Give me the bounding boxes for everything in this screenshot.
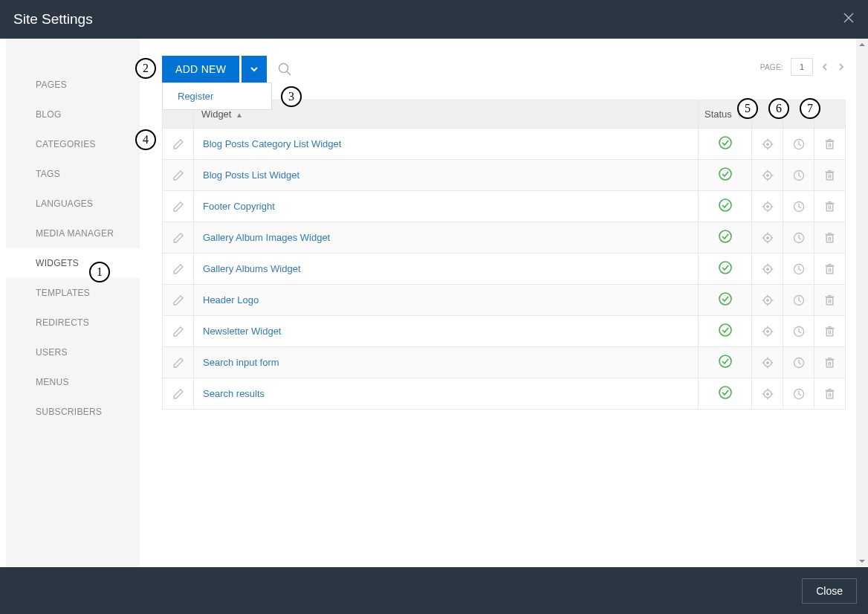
options-button[interactable] — [752, 129, 783, 160]
table-row: Blog Posts Category List Widget — [163, 129, 846, 160]
edit-button[interactable] — [163, 316, 194, 347]
edit-button[interactable] — [163, 160, 194, 191]
dropdown-item-register[interactable]: Register — [163, 83, 271, 109]
edit-button[interactable] — [163, 253, 194, 285]
options-button[interactable] — [752, 285, 783, 316]
sidebar-item-menus[interactable]: MENUS — [6, 367, 140, 397]
col-status-label: Status — [705, 109, 732, 120]
callout-4: 4 — [135, 129, 156, 150]
add-new-dropdown-menu: Register — [162, 83, 272, 110]
sidebar-item-tags[interactable]: TAGS — [6, 159, 140, 189]
history-button[interactable] — [783, 347, 814, 378]
widget-link[interactable]: Search results — [194, 388, 265, 399]
delete-button[interactable] — [814, 160, 846, 191]
table-row: Blog Posts List Widget — [163, 160, 846, 191]
sidebar-item-media-manager[interactable]: MEDIA MANAGER — [6, 219, 140, 248]
options-button[interactable] — [752, 222, 783, 253]
edit-button[interactable] — [163, 347, 194, 378]
svg-point-82 — [719, 324, 731, 336]
svg-rect-103 — [826, 360, 833, 367]
edit-button[interactable] — [163, 285, 194, 316]
close-button[interactable]: Close — [802, 578, 857, 604]
options-button[interactable] — [752, 160, 783, 191]
delete-button[interactable] — [814, 285, 846, 316]
widget-name-cell: Search results — [194, 378, 699, 410]
pager-next-button[interactable] — [837, 62, 846, 71]
status-ok-icon — [718, 229, 733, 244]
delete-button[interactable] — [814, 316, 846, 347]
widget-link[interactable]: Blog Posts List Widget — [194, 169, 299, 181]
target-icon — [762, 325, 774, 336]
pager-input[interactable] — [791, 58, 813, 76]
add-new-button[interactable]: ADD NEW — [162, 56, 239, 83]
sidebar-item-pages[interactable]: PAGES — [6, 70, 140, 100]
options-button[interactable] — [752, 347, 783, 378]
sidebar-item-users[interactable]: USERS — [6, 337, 140, 367]
history-button[interactable] — [783, 378, 814, 410]
delete-button[interactable] — [814, 222, 846, 253]
options-button[interactable] — [752, 253, 783, 285]
sidebar-item-templates[interactable]: TEMPLATES — [6, 278, 140, 308]
widget-link[interactable]: Gallery Albums Widget — [194, 263, 301, 274]
edit-button[interactable] — [163, 222, 194, 253]
svg-point-69 — [719, 293, 731, 305]
status-cell — [699, 316, 752, 347]
scrollbar[interactable] — [856, 39, 868, 567]
edit-button[interactable] — [163, 129, 194, 160]
sidebar-item-blog[interactable]: BLOG — [6, 100, 140, 129]
history-button[interactable] — [783, 316, 814, 347]
delete-button[interactable] — [814, 191, 846, 222]
trash-icon — [823, 387, 836, 398]
add-new-dropdown-toggle[interactable] — [242, 56, 267, 83]
edit-button[interactable] — [163, 378, 194, 410]
svg-point-84 — [766, 331, 768, 332]
widget-name-cell: Footer Copyright — [194, 191, 699, 222]
svg-point-2 — [279, 64, 288, 73]
widget-link[interactable]: Search input form — [194, 357, 279, 368]
table-row: Newsletter Widget — [163, 316, 846, 347]
sidebar-item-subscribers[interactable]: SUBSCRIBERS — [6, 397, 140, 427]
edit-button[interactable] — [163, 191, 194, 222]
history-button[interactable] — [783, 129, 814, 160]
history-button[interactable] — [783, 222, 814, 253]
options-button[interactable] — [752, 191, 783, 222]
sidebar-item-redirects[interactable]: REDIRECTS — [6, 308, 140, 337]
history-button[interactable] — [783, 285, 814, 316]
search-button[interactable] — [277, 62, 292, 77]
status-cell — [699, 129, 752, 160]
svg-rect-25 — [826, 172, 833, 180]
widget-link[interactable]: Gallery Album Images Widget — [194, 232, 330, 243]
widget-link[interactable]: Footer Copyright — [194, 201, 275, 212]
history-button[interactable] — [783, 191, 814, 222]
sidebar-item-languages[interactable]: LANGUAGES — [6, 189, 140, 219]
options-button[interactable] — [752, 316, 783, 347]
delete-button[interactable] — [814, 347, 846, 378]
scroll-up-icon[interactable] — [856, 39, 868, 51]
pager-label: PAGE: — [760, 63, 783, 71]
pager-prev-button[interactable] — [820, 62, 829, 71]
chevron-right-icon — [837, 62, 846, 71]
trash-icon — [823, 231, 836, 242]
status-ok-icon — [718, 167, 733, 181]
options-button[interactable] — [752, 378, 783, 410]
delete-button[interactable] — [814, 378, 846, 410]
widget-link[interactable]: Blog Posts Category List Widget — [194, 138, 341, 149]
widget-link[interactable]: Newsletter Widget — [194, 326, 281, 337]
close-icon[interactable] — [843, 12, 855, 27]
pencil-icon — [172, 138, 184, 149]
callout-3: 3 — [281, 86, 302, 107]
delete-button[interactable] — [814, 253, 846, 285]
history-button[interactable] — [783, 253, 814, 285]
delete-button[interactable] — [814, 129, 846, 160]
chevron-down-icon — [249, 64, 259, 74]
history-button[interactable] — [783, 160, 814, 191]
sidebar-item-categories[interactable]: CATEGORIES — [6, 129, 140, 159]
widget-link[interactable]: Header Logo — [194, 294, 259, 306]
svg-point-97 — [766, 362, 768, 363]
sidebar-item-widgets[interactable]: WIDGETS — [6, 248, 140, 278]
modal-body: PAGESBLOGCATEGORIESTAGSLANGUAGESMEDIA MA… — [0, 39, 868, 567]
widget-name-cell: Newsletter Widget — [194, 316, 699, 347]
table-row: Search input form — [163, 347, 846, 378]
scroll-down-icon[interactable] — [856, 555, 868, 567]
widget-name-cell: Header Logo — [194, 285, 699, 316]
